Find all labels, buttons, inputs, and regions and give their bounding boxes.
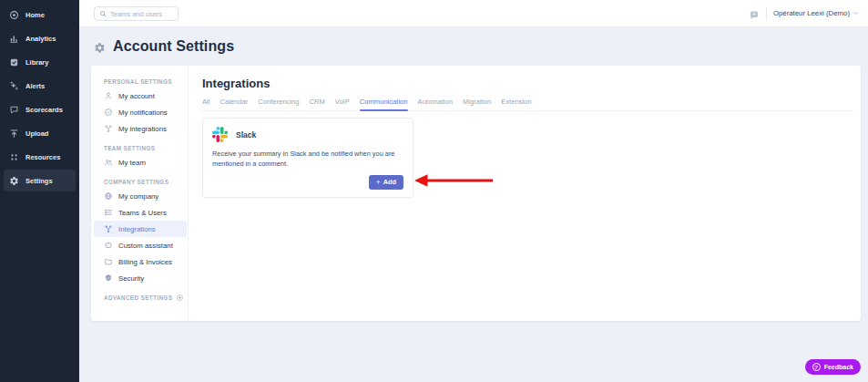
nav-item-label: My team — [118, 159, 146, 167]
settings-nav: Personal settings My account My notifica… — [91, 66, 189, 321]
tab-extension[interactable]: Extension — [501, 98, 531, 106]
topbar: Opérateur Leexi (Demo) — [79, 0, 868, 27]
person-icon — [104, 91, 113, 100]
nav-item-label: My account — [118, 92, 155, 100]
integration-description: Receive your summary in Slack and be not… — [212, 149, 399, 170]
gear-icon — [9, 176, 19, 186]
sidebar-item-label: Home — [26, 11, 45, 19]
nav-item-billing-invoices[interactable]: Billing & Invoices — [104, 253, 188, 270]
sidebar-item-alerts[interactable]: Alerts — [4, 75, 76, 97]
slack-integration-card: Slack Receive your summary in Slack and … — [202, 118, 414, 198]
nav-item-label: My company — [118, 192, 158, 201]
user-menu-label: Opérateur Leexi (Demo) — [773, 9, 850, 17]
plus-icon: + — [376, 179, 381, 187]
nav-item-custom-assistant[interactable]: Custom assistant — [104, 237, 188, 253]
team-icon — [104, 158, 113, 167]
nav-advanced-settings[interactable]: Advanced settings — [104, 291, 188, 304]
tab-calendar[interactable]: Calendar — [220, 98, 248, 106]
nav-item-label: My notifications — [118, 108, 168, 117]
check-circle-icon — [104, 108, 113, 117]
list-icon — [104, 208, 113, 217]
nav-item-integrations[interactable]: Integrations — [94, 221, 187, 237]
nav-item-my-notifications[interactable]: My notifications — [104, 104, 188, 120]
nav-item-my-team[interactable]: My team — [104, 154, 188, 170]
nav-item-my-company[interactable]: My company — [104, 188, 188, 204]
integrations-content: Integrations All Calendar Conferencing C… — [189, 66, 861, 321]
sidebar-item-label: Upload — [26, 129, 48, 138]
feedback-label: Feedback — [824, 364, 853, 370]
branch-icon — [104, 124, 113, 133]
upload-icon — [9, 129, 19, 139]
nav-item-label: My integrations — [118, 125, 167, 133]
user-menu[interactable]: Opérateur Leexi (Demo) — [773, 9, 859, 17]
plus-circle-icon — [176, 294, 184, 302]
app-sidebar: Home Analytics Library Alerts Scorecards… — [0, 0, 79, 382]
sidebar-item-label: Settings — [26, 177, 53, 185]
alerts-icon — [9, 81, 19, 91]
divider — [766, 7, 767, 20]
tab-voip[interactable]: VoIP — [335, 98, 350, 106]
sidebar-item-home[interactable]: Home — [4, 4, 76, 26]
shield-icon — [104, 274, 113, 283]
sidebar-item-label: Analytics — [26, 35, 56, 43]
home-icon — [9, 10, 19, 20]
analytics-icon — [9, 34, 19, 44]
nav-item-teams-users[interactable]: Teams & Users — [104, 204, 188, 221]
topbar-right: Opérateur Leexi (Demo) — [749, 0, 859, 26]
branch-icon — [104, 224, 113, 233]
page-title-row: Account Settings — [94, 38, 234, 55]
integration-name: Slack — [236, 130, 256, 139]
question-mark-icon: ? — [812, 363, 821, 371]
bot-icon — [104, 241, 113, 250]
resources-icon — [9, 152, 19, 162]
chevron-down-icon — [853, 10, 859, 16]
settings-panel: Personal settings My account My notifica… — [91, 66, 861, 321]
tab-all[interactable]: All — [202, 98, 209, 106]
search-box[interactable] — [94, 6, 179, 21]
integrations-tabs: All Calendar Conferencing CRM VoIP Commu… — [202, 98, 853, 111]
nav-item-my-integrations[interactable]: My integrations — [104, 120, 188, 137]
tab-automation[interactable]: Automation — [418, 98, 453, 106]
search-input[interactable] — [110, 10, 173, 18]
nav-item-label: Integrations — [118, 225, 156, 233]
tab-crm[interactable]: CRM — [309, 98, 324, 106]
tab-migration[interactable]: Migration — [463, 98, 491, 106]
card-header: Slack — [212, 127, 403, 142]
sidebar-item-label: Scorecards — [26, 106, 63, 114]
nav-item-security[interactable]: Security — [104, 270, 188, 286]
nav-item-my-account[interactable]: My account — [104, 88, 188, 104]
slack-logo-icon — [212, 127, 228, 142]
sidebar-item-resources[interactable]: Resources — [4, 146, 76, 168]
scorecards-icon — [9, 105, 19, 115]
card-actions: + Add — [212, 175, 403, 190]
sidebar-item-upload[interactable]: Upload — [4, 122, 76, 144]
sidebar-item-scorecards[interactable]: Scorecards — [4, 98, 76, 120]
nav-section-header: Team settings — [104, 141, 188, 154]
chat-bubble-icon[interactable] — [749, 8, 760, 19]
tab-conferencing[interactable]: Conferencing — [258, 98, 299, 106]
page-title: Account Settings — [113, 38, 234, 55]
sidebar-item-analytics[interactable]: Analytics — [4, 27, 76, 49]
search-icon — [99, 10, 107, 17]
gear-icon — [94, 41, 106, 53]
nav-item-label: Security — [118, 274, 144, 283]
sidebar-item-label: Alerts — [26, 82, 45, 90]
library-icon — [9, 57, 19, 67]
integrations-title: Integrations — [202, 77, 853, 90]
sidebar-item-settings[interactable]: Settings — [4, 170, 76, 191]
nav-item-label: Teams & Users — [118, 209, 167, 217]
feedback-button[interactable]: ? Feedback — [805, 359, 861, 375]
nav-item-label: Custom assistant — [118, 242, 173, 250]
globe-icon — [104, 191, 113, 201]
tab-communication[interactable]: Communication — [360, 98, 408, 106]
sidebar-item-label: Library — [26, 58, 48, 67]
sidebar-item-library[interactable]: Library — [4, 51, 76, 73]
sidebar-item-label: Resources — [26, 153, 60, 161]
nav-section-header: Personal settings — [104, 75, 188, 88]
nav-item-label: Billing & Invoices — [118, 258, 172, 266]
folder-icon — [104, 257, 113, 266]
nav-section-header: Company settings — [104, 175, 188, 188]
add-button-label: Add — [383, 178, 396, 186]
add-button[interactable]: + Add — [369, 175, 403, 190]
